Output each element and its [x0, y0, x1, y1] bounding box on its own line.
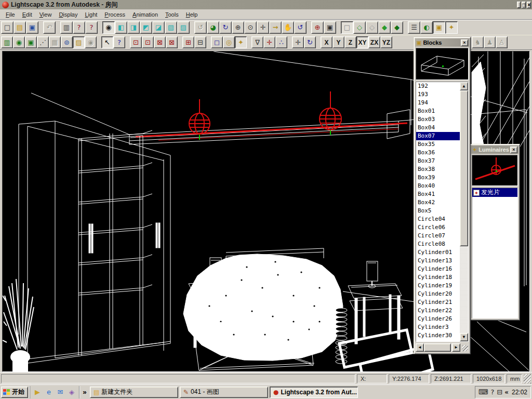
- save-file-button[interactable]: ▣: [26, 21, 38, 34]
- task-new-folder-button[interactable]: ▤新建文件夹: [90, 387, 178, 398]
- menu-light[interactable]: Light: [81, 10, 101, 19]
- blocks-list-item[interactable]: Box37: [416, 157, 460, 165]
- blocks-list-item[interactable]: Box40: [416, 182, 460, 190]
- axis-x-button[interactable]: X: [321, 36, 332, 48]
- blocks-list-item[interactable]: Box04: [416, 124, 460, 132]
- view-iso-sw-button[interactable]: ◪: [152, 21, 165, 34]
- blocks-close-icon[interactable]: ×: [461, 39, 468, 46]
- help-button[interactable]: ?: [73, 21, 85, 34]
- move-tool-button[interactable]: ✛: [292, 36, 304, 48]
- task-paint-button[interactable]: ✎041 - 画图: [180, 387, 268, 398]
- blocks-list-item[interactable]: Circle04: [416, 215, 460, 223]
- flat-shaded-mode-button[interactable]: ◆: [378, 21, 391, 34]
- blocks-list-item[interactable]: Cylinder13: [416, 257, 460, 265]
- blocks-list-item[interactable]: 192: [416, 82, 460, 90]
- media-player-icon[interactable]: ▶: [32, 387, 43, 397]
- axis-yz-button[interactable]: YZ: [380, 36, 392, 48]
- scroll-right-icon[interactable]: ►: [452, 343, 460, 352]
- smooth-shaded-mode-button[interactable]: ◆: [391, 21, 403, 34]
- render-view-button[interactable]: ▣: [324, 21, 336, 34]
- spin-view-button[interactable]: ↺: [294, 21, 307, 34]
- blocks-window-button[interactable]: ▣: [433, 21, 445, 34]
- view-iso-ne-button[interactable]: ◩: [140, 21, 152, 34]
- aim-luminaire-button[interactable]: ✦: [235, 36, 247, 48]
- daylight-window-button[interactable]: ◐: [420, 21, 433, 34]
- print-button[interactable]: ▥: [60, 21, 73, 34]
- maximize-button[interactable]: □: [522, 2, 526, 8]
- texture-display-button[interactable]: ▨: [73, 36, 85, 48]
- select-tool-button[interactable]: ↖: [101, 36, 113, 48]
- scroll-down-icon[interactable]: ▼: [460, 333, 468, 341]
- blocks-list-item[interactable]: Cylinder18: [416, 273, 460, 282]
- blocks-list-item[interactable]: Box5: [416, 207, 460, 215]
- blocks-vscrollbar[interactable]: ▲ ▼: [460, 82, 468, 341]
- blocks-list-item[interactable]: Cylinder22: [416, 307, 460, 315]
- view-iso-se-button[interactable]: ▨: [177, 21, 190, 34]
- blocks-hscrollbar[interactable]: ◄ ►: [416, 343, 469, 352]
- tray-collapse-icon[interactable]: «: [504, 389, 509, 396]
- define-camera-button[interactable]: ◉: [13, 36, 25, 48]
- scroll-up-icon[interactable]: ▲: [460, 82, 468, 90]
- selection-filter-button[interactable]: ∇: [251, 36, 263, 48]
- menu-tools[interactable]: Tools: [162, 10, 182, 19]
- vscroll-thumb[interactable]: [460, 90, 468, 246]
- menu-animation[interactable]: Animation: [129, 10, 162, 19]
- blocks-list-item[interactable]: 193: [416, 90, 460, 99]
- rotate-tool-button[interactable]: ↻: [304, 36, 316, 48]
- blocks-list-item[interactable]: Box36: [416, 149, 460, 157]
- blocks-list-item[interactable]: Cylinder3: [416, 323, 460, 331]
- orient-view-button[interactable]: ◎: [223, 36, 235, 48]
- blocks-list-item[interactable]: Cylinder26: [416, 315, 460, 323]
- view-iso-n-button[interactable]: ◨: [127, 21, 140, 34]
- blocks-list-item[interactable]: Box03: [416, 115, 460, 124]
- luminaires-window-button[interactable]: ✦: [445, 21, 458, 34]
- view-iso-nw-button[interactable]: ◧: [115, 21, 127, 34]
- blocks-list-item[interactable]: 194: [416, 99, 460, 107]
- image-viewer-icon[interactable]: ◈: [66, 387, 77, 397]
- close-button[interactable]: ×: [527, 2, 531, 8]
- keyboard-icon[interactable]: ⌨: [478, 388, 488, 396]
- zoom-extents-button[interactable]: ⊕: [311, 21, 324, 34]
- deselect-window-button[interactable]: ⊠: [154, 36, 166, 48]
- query-tool-button[interactable]: ?: [113, 36, 125, 48]
- help-tray-icon[interactable]: ?: [490, 388, 494, 396]
- luminaires-close-icon[interactable]: ×: [510, 147, 517, 153]
- blocks-list-item[interactable]: Box07: [416, 132, 460, 140]
- blocks-list-item[interactable]: Circle06: [416, 223, 460, 232]
- blocks-list-item[interactable]: Box41: [416, 190, 460, 198]
- blocks-list-item[interactable]: Circle08: [416, 240, 460, 248]
- minimize-button[interactable]: _: [517, 2, 521, 8]
- scroll-left-icon[interactable]: ◄: [416, 343, 424, 352]
- selection-add-button[interactable]: ⊞: [182, 36, 194, 48]
- context-help-button[interactable]: ?: [85, 21, 98, 34]
- blocks-list-item[interactable]: Cylinder21: [416, 298, 460, 307]
- hscroll-thumb[interactable]: [424, 343, 451, 352]
- menu-view[interactable]: View: [36, 10, 56, 19]
- menu-display[interactable]: Display: [55, 10, 81, 19]
- deselect-crossing-button[interactable]: ⊠: [166, 36, 178, 48]
- display-settings-icon[interactable]: ⊟: [497, 388, 502, 396]
- axis-z-button[interactable]: Z: [344, 36, 356, 48]
- quick-launch-overflow-icon[interactable]: »: [81, 387, 88, 397]
- hand-pan-button[interactable]: ✋: [282, 21, 294, 34]
- select-crossing-button[interactable]: ⊡: [142, 36, 154, 48]
- render-image-button[interactable]: ▣: [25, 36, 37, 48]
- resize-grip[interactable]: [460, 343, 469, 352]
- eye-view-button[interactable]: ◕: [207, 21, 219, 34]
- blocks-title-bar[interactable]: ▣ Blocks ×: [415, 38, 469, 47]
- menu-edit[interactable]: Edit: [19, 10, 36, 19]
- blocks-list-item[interactable]: Box38: [416, 165, 460, 174]
- blocks-list-item[interactable]: Box01: [416, 107, 460, 115]
- orient-surface-button[interactable]: ◻: [211, 36, 223, 48]
- walk-view-button[interactable]: ⇝: [269, 21, 282, 34]
- zoom-dynamic-button[interactable]: ⊕: [232, 21, 244, 34]
- blocks-list-item[interactable]: Cylinder30: [416, 331, 460, 340]
- axis-zx-button[interactable]: ZX: [368, 36, 380, 48]
- materials-window-button[interactable]: ⊚: [61, 36, 73, 48]
- blocks-list-item[interactable]: Cylinder01: [416, 248, 460, 257]
- axis-xy-button[interactable]: XY: [356, 36, 368, 48]
- blocks-list-item[interactable]: Cylinder16: [416, 265, 460, 273]
- blocks-list-item[interactable]: Cylinder19: [416, 282, 460, 290]
- status-resize-grip[interactable]: [524, 374, 531, 383]
- select-window-button[interactable]: ⊡: [130, 36, 142, 48]
